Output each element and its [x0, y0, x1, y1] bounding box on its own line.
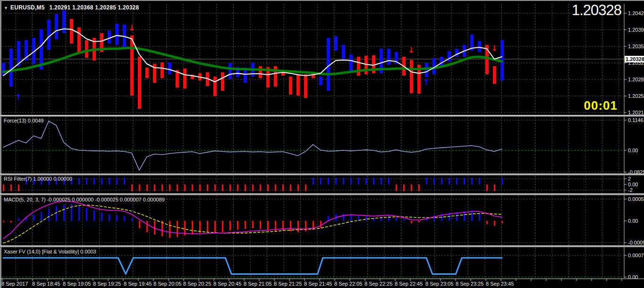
time-axis-label: 8 Sep 19:05	[63, 281, 91, 287]
price-scale-label: 0.000537	[628, 196, 644, 202]
rsi-bar	[207, 184, 208, 191]
rsi-bar	[109, 178, 110, 184]
candle	[77, 27, 81, 52]
candle	[85, 40, 88, 58]
candle	[349, 54, 353, 72]
macd-bar	[124, 216, 125, 221]
macd-bar	[388, 216, 390, 221]
macd-bar	[433, 215, 435, 221]
candle	[455, 49, 458, 57]
window-left-edge	[0, 0, 1, 288]
rsi-bar	[245, 184, 246, 191]
rsi-bar	[373, 178, 374, 184]
macd-bar	[305, 221, 306, 231]
time-axis-label: 8 Sep 22:25	[364, 281, 392, 287]
rsi-bar	[78, 178, 80, 184]
time-axis-label: 8 Sep 21:05	[244, 281, 271, 287]
panel-separator[interactable]	[0, 245, 644, 247]
down-arrow-icon: ↓	[491, 44, 498, 53]
candle	[259, 66, 262, 78]
price-scale-label: 1.20425	[628, 10, 644, 16]
chart-canvas[interactable]: ↑↓↓↑↓1.204251.203901.203551.203201.20285…	[0, 0, 644, 288]
rsi-bar	[471, 178, 473, 184]
candle	[334, 36, 338, 51]
macd-bar	[146, 221, 148, 232]
macd-bar	[93, 210, 95, 221]
candle	[493, 66, 496, 84]
panel-separator[interactable]	[0, 174, 644, 175]
price-scale-label: 1.20355	[628, 44, 644, 49]
price-scale-label: -2	[628, 187, 633, 193]
rsi-bar	[388, 178, 390, 184]
time-axis-label: 8 Sep 23:25	[456, 281, 483, 287]
rsi-bar	[3, 184, 4, 191]
chart-title-bar: ▼EURUSD,M51.20291 1.20368 1.20285 1.2032…	[4, 4, 139, 11]
rsi-bar	[313, 178, 314, 184]
rsi-bar	[116, 178, 118, 184]
candle	[387, 49, 390, 65]
price-scale-label: -0.000546	[628, 240, 644, 245]
rsi-bar	[290, 184, 291, 191]
macd-bar	[33, 215, 34, 221]
rsi-bar	[501, 178, 503, 184]
candle	[213, 77, 217, 96]
rsi-bar	[403, 184, 405, 191]
candle	[115, 24, 119, 45]
price-scale-label: 1.20285	[628, 77, 644, 82]
macd-bar	[41, 212, 42, 221]
macd-bar	[501, 221, 503, 223]
rsi-bar	[494, 184, 495, 191]
candle	[342, 45, 345, 59]
down-arrow-icon: ↓	[408, 45, 415, 55]
panel-separator[interactable]	[0, 115, 644, 117]
rsi-bar	[169, 184, 170, 191]
candle	[478, 41, 481, 52]
candle	[62, 10, 66, 33]
candle	[297, 74, 300, 96]
macd-bar	[297, 221, 299, 232]
rsi-bar	[479, 178, 480, 184]
macd-bar	[252, 221, 254, 228]
macd-bar	[260, 221, 261, 229]
price-scale-label: 0.0007	[628, 253, 644, 258]
down-arrow-icon: ↓	[128, 23, 135, 33]
macd-bar	[494, 221, 495, 226]
macd-histogram-layer	[3, 204, 503, 238]
candle	[9, 49, 13, 87]
rsi-bar	[282, 184, 284, 191]
rsi-bar	[350, 178, 352, 184]
rsi-bar	[177, 184, 178, 191]
rsi-bar	[449, 178, 450, 184]
time-axis-label: 8 Sep 18:45	[32, 281, 60, 287]
price-scale-label: 2	[628, 176, 631, 182]
symbol-dropdown-icon[interactable]: ▼	[4, 6, 8, 10]
time-axis-label: 8 Sep 21:45	[304, 281, 332, 287]
macd-bar	[350, 214, 352, 221]
candle	[55, 14, 58, 39]
candle	[319, 77, 322, 85]
panel-separator[interactable]	[0, 193, 644, 195]
time-axis-label: 8 Sep 19:25	[93, 281, 121, 287]
big-price: 1.20328	[572, 2, 621, 19]
price-scale-label: 0.00	[628, 182, 638, 187]
rsi-bar	[214, 184, 216, 191]
rsi-panel-label: RSI Filter(7) 1.00000 0.00000	[4, 176, 72, 182]
signal-arrows-layer: ↑↓↓↑↓	[15, 23, 498, 102]
time-axis-label: 8 Sep 21:25	[274, 281, 302, 287]
candle	[364, 56, 368, 74]
rsi-bar	[267, 184, 269, 191]
rsi-bar	[396, 184, 397, 191]
macd-bar	[169, 221, 170, 238]
macd-bar	[275, 221, 276, 231]
macd-bar	[237, 221, 238, 230]
rsi-bar	[124, 178, 125, 184]
rsi-bar	[260, 184, 261, 191]
xaser-panel-label: Xaser FV (14,0) [Flat & Volatility] 0.00…	[4, 249, 96, 254]
macd-bar	[56, 206, 57, 221]
time-axis-label: 8 Sep 19:45	[124, 281, 152, 287]
candle	[229, 63, 232, 79]
rsi-bar	[184, 184, 186, 191]
rsi-bar	[86, 178, 87, 184]
axis-separator	[0, 279, 644, 279]
rsi-bar	[328, 178, 329, 184]
